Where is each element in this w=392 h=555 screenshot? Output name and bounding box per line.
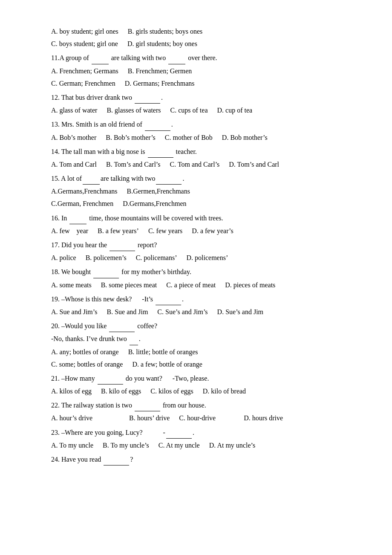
q14-text: 14. The tall man with a big nose is teac… <box>51 146 341 158</box>
blank-18 <box>93 266 119 278</box>
blank-20b <box>130 333 138 345</box>
q16-text: 16. In time, those mountains will be cov… <box>51 212 341 224</box>
question-13: 13. Mrs. Smith is an old friend of . A. … <box>51 119 341 143</box>
q23-option-b: B. To my uncle’s <box>103 442 149 449</box>
q20-text2: -No, thanks. I’ve drunk two . <box>51 333 341 345</box>
q19-option-c: C. Sue’s and Jim’s <box>157 308 208 315</box>
q22-option-a: A. hour’s drive <box>51 414 92 422</box>
q20-options-2: C. some; bottles of orange D. a few; bot… <box>51 358 341 370</box>
q14-option-d: D. Tom’s and Carl <box>229 161 279 168</box>
question-19: 19. –Whose is this new desk? -It’s . A. … <box>51 293 341 318</box>
q21-options: A. kilos of egg B. kilo of eggs C. kilos… <box>51 385 341 397</box>
q17-option-d: D. policemens’ <box>187 254 228 261</box>
q21-text: 21. –How many do you want? -Two, please. <box>51 373 341 384</box>
q16-option-a: A. few year <box>51 227 88 234</box>
question-21: 21. –How many do you want? -Two, please.… <box>51 373 341 397</box>
q19-option-a: A. Sue and Jim’s <box>51 308 97 315</box>
q20-options-1: A. any; bottles of orange B. little; bot… <box>51 346 341 358</box>
question-23: 23. –Where are you going, Lucy? - . A. T… <box>51 427 341 451</box>
q13-options: A. Bob’s mother B. Bob’s mother’s C. mot… <box>51 132 341 143</box>
blank-16 <box>69 212 86 224</box>
q19-option-d: D. Sue’s and Jim <box>217 308 263 315</box>
q12-options: A. glass of water B. glasses of waters C… <box>51 104 341 116</box>
q20-option-b: B. little; bottle of oranges <box>128 348 198 356</box>
blank-22 <box>135 399 160 411</box>
q11-options-2: C. German; Frenchmen D. Germans; Frenchm… <box>51 78 341 89</box>
q13-option-b: B. Bob’s mother’s <box>106 134 156 141</box>
q16-option-d: D. a few year’s <box>192 227 233 234</box>
option-d: D. girl students; boy ones <box>127 40 197 47</box>
q22-option-b: B. hours’ drive <box>129 414 170 422</box>
q15-option-c: C.German, Frenchmen <box>51 200 113 207</box>
q18-option-a: A. some meats <box>51 281 92 289</box>
q11-text: 11.A group of are talking with two over … <box>51 52 341 64</box>
q23-option-d: D. At my uncle’s <box>209 442 255 449</box>
q18-text: 18. We bought for my mother’s birthday. <box>51 266 341 278</box>
content-area: A. boy student; girl ones B. girls stude… <box>51 26 341 465</box>
q15-options-1: A.Germans,Frenchmans B.Germen,Frenchmans <box>51 185 341 197</box>
blank-15b <box>156 173 182 185</box>
q16-option-b: B. a few years’ <box>98 227 139 234</box>
blank-11a <box>92 52 109 64</box>
question-15: 15. A lot of are talking with two . A.Ge… <box>51 173 341 210</box>
q11-option-a: A. Frenchmen; Germans <box>51 67 118 75</box>
q14-options: A. Tom and Carl B. Tom’s and Carl’s C. T… <box>51 159 341 170</box>
blank-17 <box>110 239 135 251</box>
blank-19 <box>156 293 181 305</box>
q12-option-a: A. glass of water <box>51 107 97 114</box>
q17-options: A. police B. policemen’s C. policemans’ … <box>51 252 341 263</box>
q18-option-d: D. pieces of meats <box>225 281 275 289</box>
q15-option-a: A.Germans,Frenchmans <box>51 188 118 195</box>
q15-text: 15. A lot of are talking with two . <box>51 173 341 185</box>
q11-option-d: D. Germans; Frenchmans <box>125 80 195 87</box>
q18-option-c: C. a piece of meat <box>166 281 216 289</box>
q-row1: A. boy student; girl ones B. girls stude… <box>51 26 341 49</box>
q21-option-c: C. kilos of eggs <box>150 387 193 395</box>
q19-option-b: B. Sue and Jim <box>107 308 148 315</box>
q14-option-c: C. Tom and Carl’s <box>170 161 220 168</box>
q14-option-a: A. Tom and Carl <box>51 161 97 168</box>
q16-option-c: C. few years <box>148 227 182 234</box>
blank-15a <box>83 173 100 185</box>
q13-option-a: A. Bob’s mother <box>51 134 96 141</box>
question-12: 12. That bus driver drank two . A. glass… <box>51 92 341 116</box>
options-row1: A. boy student; girl ones B. girls stude… <box>51 26 341 37</box>
q24-text: 24. Have you read ? <box>51 454 341 465</box>
q17-option-c: C. policemans’ <box>136 254 177 261</box>
q23-option-a: A. To my uncle <box>51 442 93 449</box>
option-b: B. girls students; boys ones <box>128 28 203 35</box>
question-14: 14. The tall man with a big nose is teac… <box>51 146 341 170</box>
question-20: 20. –Would you like coffee? -No, thanks.… <box>51 320 341 370</box>
q13-option-c: C. mother of Bob <box>165 134 213 141</box>
blank-13 <box>145 119 170 130</box>
q17-text: 17. Did you hear the report? <box>51 239 341 251</box>
question-11: 11.A group of are talking with two over … <box>51 52 341 89</box>
question-16: 16. In time, those mountains will be cov… <box>51 212 341 237</box>
blank-23 <box>166 427 192 439</box>
q22-text: 22. The railway station is two from our … <box>51 399 341 411</box>
question-22: 22. The railway station is two from our … <box>51 399 341 424</box>
q20-option-a: A. any; bottles of orange <box>51 348 119 356</box>
q12-text: 12. That bus driver drank two . <box>51 92 341 104</box>
q23-options: A. To my uncle B. To my uncle’s C. At my… <box>51 439 341 451</box>
blank-14 <box>148 146 173 158</box>
q18-options: A. some meats B. some pieces meat C. a p… <box>51 279 341 291</box>
blank-12 <box>135 92 160 104</box>
question-17: 17. Did you hear the report? A. police B… <box>51 239 341 263</box>
q21-option-a: A. kilos of egg <box>51 387 92 395</box>
q11-option-c: C. German; Frenchmen <box>51 80 115 87</box>
q13-option-d: D. Bob mother’s <box>222 134 268 141</box>
q23-text: 23. –Where are you going, Lucy? - . <box>51 427 341 439</box>
q17-option-b: B. policemen’s <box>86 254 127 261</box>
q22-option-c: C. hour-drive <box>179 414 216 422</box>
q11-options-1: A. Frenchmen; Germans B. Frenchmen; Germ… <box>51 65 341 77</box>
q19-text: 19. –Whose is this new desk? -It’s . <box>51 293 341 305</box>
q15-option-b: B.Germen,Frenchmans <box>127 188 190 195</box>
question-18: 18. We bought for my mother’s birthday. … <box>51 266 341 290</box>
q21-option-b: B. kilo of eggs <box>101 387 141 395</box>
blank-24 <box>104 454 129 465</box>
q15-options-2: C.German, Frenchmen D.Germans,Frenchmen <box>51 198 341 209</box>
q16-options: A. few year B. a few years’ C. few years… <box>51 225 341 237</box>
q20-text1: 20. –Would you like coffee? <box>51 320 341 332</box>
blank-20a <box>109 320 135 332</box>
